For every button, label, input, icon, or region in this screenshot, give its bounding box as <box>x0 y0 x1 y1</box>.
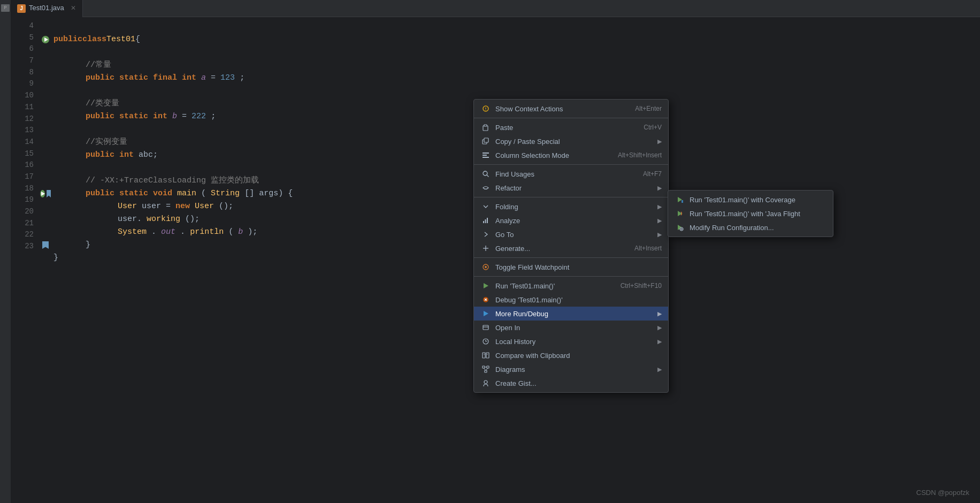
menu-item-local-history[interactable]: Local History ▶ <box>474 334 668 348</box>
menu-item-open-in[interactable]: Open In ▶ <box>474 321 668 334</box>
menu-item-diagrams[interactable]: Diagrams ▶ <box>474 362 668 376</box>
menu-item-analyze[interactable]: Analyze ▶ <box>474 214 668 227</box>
submenu-item-run-coverage[interactable]: Run 'Test01.main()' with Coverage <box>668 193 833 207</box>
run-icon-17[interactable] <box>40 190 45 197</box>
run-main-shortcut: Ctrl+Shift+F10 <box>621 282 662 289</box>
menu-item-toggle-field[interactable]: Toggle Field Watchpoint <box>474 260 668 274</box>
analyze-arrow: ▶ <box>657 217 662 224</box>
keyword-int-8: int <box>182 73 201 82</box>
assign-8: = <box>211 73 220 82</box>
close-icon[interactable]: ✕ <box>71 3 76 13</box>
bulb-icon <box>480 103 491 114</box>
svg-rect-22 <box>483 353 485 358</box>
refactor-icon <box>480 182 491 193</box>
keyword-class: class <box>82 33 106 45</box>
class-user-18: User <box>118 202 137 211</box>
svg-rect-34 <box>682 200 683 203</box>
svg-point-2 <box>485 110 486 110</box>
refactor-arrow: ▶ <box>657 185 662 192</box>
sidebar-icon-project[interactable]: P <box>1 4 10 12</box>
svg-line-8 <box>487 175 489 177</box>
menu-item-find-usages[interactable]: Find Usages Alt+F7 <box>474 167 668 181</box>
run-gutter-17[interactable] <box>40 190 51 197</box>
comment-13: //实例变量 <box>86 136 127 148</box>
menu-item-refactor[interactable]: Refactor ▶ <box>474 181 668 195</box>
watermark-text: CSDN @popofzk <box>916 489 969 497</box>
goto-arrow: ▶ <box>657 231 662 238</box>
run-gutter-5[interactable] <box>40 36 51 43</box>
run-java-flight-label: Run 'Test01.main()' with 'Java Flight <box>690 210 826 218</box>
history-icon <box>480 336 491 347</box>
menu-item-paste[interactable]: Paste Ctrl+V <box>474 120 668 134</box>
svg-rect-6 <box>484 138 488 142</box>
menu-item-column-selection[interactable]: Column Selection Mode Alt+Shift+Insert <box>474 148 668 162</box>
generate-icon <box>480 243 491 254</box>
var-user-18: user = <box>142 202 175 211</box>
menu-item-copy-paste-special[interactable]: Copy / Paste Special ▶ <box>474 134 668 148</box>
separator-3 <box>474 197 668 197</box>
refactor-label: Refactor <box>495 184 653 192</box>
submenu-item-run-java-flight[interactable]: Run 'Test01.main()' with 'Java Flight <box>668 207 833 220</box>
more-run-debug-arrow: ▶ <box>657 310 662 317</box>
keyword-public-8: public <box>86 73 119 82</box>
toggle-field-label: Toggle Field Watchpoint <box>495 263 662 271</box>
tab-bar: J Test01.java ✕ <box>11 0 980 17</box>
keyword-public-17: public <box>86 189 119 198</box>
file-tab[interactable]: J Test01.java ✕ <box>11 0 83 17</box>
code-line-6 <box>40 46 980 59</box>
modify-run-icon <box>675 222 685 233</box>
comment-10: //类变量 <box>86 97 119 110</box>
class-string: String <box>211 189 240 198</box>
assign-11: = <box>182 112 192 121</box>
paste-icon <box>480 122 491 133</box>
analyze-label: Analyze <box>495 217 653 225</box>
code-line-8: public static final int a = 123 ; <box>40 72 980 85</box>
analyze-icon <box>480 215 491 226</box>
menu-item-debug-main[interactable]: Debug 'Test01.main()' <box>474 293 668 307</box>
keyword-int-11: int <box>153 112 172 121</box>
column-selection-label: Column Selection Mode <box>495 151 607 159</box>
bookmark-icon-21[interactable] <box>42 241 49 249</box>
semi-8: ; <box>240 73 244 82</box>
keyword-static-17: static <box>119 189 153 198</box>
diagram-icon <box>480 364 491 375</box>
menu-item-create-gist[interactable]: Create Gist... <box>474 376 668 390</box>
menu-item-run-main[interactable]: Run 'Test01.main()' Ctrl+Shift+F10 <box>474 279 668 293</box>
paste-label: Paste <box>495 124 633 132</box>
svg-rect-19 <box>483 325 488 330</box>
keyword-new-18: new <box>175 202 195 211</box>
submenu-item-modify-run-config[interactable]: Modify Run Configuration... <box>668 220 833 234</box>
show-context-actions-shortcut: Alt+Enter <box>635 105 662 112</box>
class-user-new-18: User <box>195 202 214 211</box>
semi-19: (); <box>185 215 200 224</box>
keyword-public-14: public <box>86 150 119 159</box>
tab-label: Test01.java <box>29 3 64 13</box>
code-line-4 <box>40 20 980 33</box>
menu-item-more-run-debug[interactable]: More Run/Debug ▶ <box>474 307 668 321</box>
run-main-icon <box>480 280 491 291</box>
local-history-arrow: ▶ <box>657 338 662 345</box>
menu-item-goto[interactable]: Go To ▶ <box>474 227 668 241</box>
menu-item-show-context-actions[interactable]: Show Context Actions Alt+Enter <box>474 102 668 116</box>
svg-marker-35 <box>678 211 682 216</box>
goto-icon <box>480 229 491 240</box>
var-a: a <box>201 73 206 82</box>
menu-item-folding[interactable]: Folding ▶ <box>474 200 668 214</box>
gist-icon <box>480 378 491 388</box>
bookmark-icon-17[interactable] <box>47 190 51 197</box>
find-usages-label: Find Usages <box>495 170 632 178</box>
var-b: b <box>172 112 177 121</box>
diagrams-label: Diagrams <box>495 365 653 374</box>
modify-run-config-label: Modify Run Configuration... <box>690 224 826 232</box>
dot1-20: . <box>151 227 156 237</box>
run-icon-5[interactable] <box>42 36 49 43</box>
show-context-actions-label: Show Context Actions <box>495 105 624 113</box>
code-line-5: public class Test01 { <box>40 33 980 46</box>
menu-item-compare-clipboard[interactable]: Compare with Clipboard <box>474 348 668 362</box>
menu-item-generate[interactable]: Generate... Alt+Insert <box>474 241 668 255</box>
code-line-7: //常量 <box>40 59 980 72</box>
more-run-icon <box>480 308 491 319</box>
compare-icon <box>480 350 491 361</box>
keyword-void-17: void <box>153 189 177 198</box>
line-numbers: 4 5 6 7 8 9 10 11 12 13 14 15 16 17 18 1… <box>11 19 40 277</box>
